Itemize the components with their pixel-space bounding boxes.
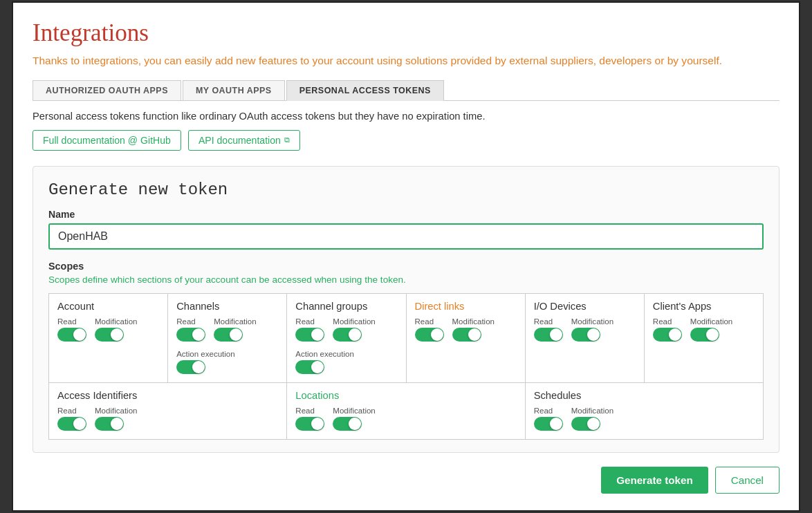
toggle-cg-mod-label: Modification: [333, 317, 375, 326]
toggle-ca-read-label: Read: [653, 317, 672, 326]
toggle-ca-read: Read: [653, 317, 682, 342]
toggle-channels-mod-label: Modification: [214, 317, 256, 326]
toggle-ai-mod-switch[interactable]: [95, 417, 124, 431]
toggle-channels-read-switch[interactable]: [176, 328, 205, 342]
scope-io-devices: I/O Devices Read Modification: [526, 294, 645, 383]
tab-authorized-oauth[interactable]: AUTHORIZED OAUTH APPS: [33, 80, 181, 100]
scope-direct-links: Direct links Read Modification: [407, 294, 526, 383]
tab-my-oauth[interactable]: MY OAUTH APPS: [183, 80, 285, 100]
toggle-cg-action: Action execution: [295, 350, 354, 374]
generate-token-button[interactable]: Generate token: [601, 467, 708, 494]
toggle-account-mod-label: Modification: [95, 317, 137, 326]
toggle-cg-mod-switch[interactable]: [333, 328, 362, 342]
toggle-sch-read-switch[interactable]: [534, 417, 563, 431]
toggle-io-mod: Modification: [571, 317, 613, 342]
scope-account-name: Account: [57, 301, 159, 312]
scope-io-devices-name: I/O Devices: [534, 301, 636, 312]
scope-clients-apps-name: Client's Apps: [653, 301, 755, 312]
scope-channel-groups-name: Channel groups: [295, 301, 397, 312]
page-title: Integrations: [33, 19, 779, 47]
toggle-ai-read: Read: [57, 407, 86, 431]
toggle-ca-mod-label: Modification: [690, 317, 732, 326]
api-doc-label: API documentation: [199, 135, 281, 146]
toggle-account-read-label: Read: [57, 317, 77, 326]
scope-loc-toggles: Read Modification: [295, 407, 516, 431]
toggle-cg-mod: Modification: [333, 317, 375, 342]
toggle-channels-read-label: Read: [176, 317, 196, 326]
scope-access-identifiers-name: Access Identifiers: [57, 390, 278, 401]
toggle-dl-mod: Modification: [452, 317, 495, 342]
toggle-dl-read-switch[interactable]: [415, 328, 444, 342]
toggle-sch-mod-switch[interactable]: [571, 417, 600, 431]
scope-io-devices-toggles: Read Modification: [534, 317, 636, 342]
scope-access-identifiers: Access Identifiers Read Modification: [49, 383, 287, 440]
toggle-loc-read-switch[interactable]: [295, 417, 324, 431]
pat-description: Personal access tokens function like ord…: [33, 111, 779, 122]
toggle-cg-action-label: Action execution: [295, 350, 354, 358]
footer-actions: Generate token Cancel: [33, 467, 779, 494]
toggle-cg-action-switch[interactable]: [295, 360, 324, 374]
scope-sch-toggles: Read Modification: [534, 407, 755, 431]
toggle-ca-mod-switch[interactable]: [690, 328, 719, 342]
name-label: Name: [48, 209, 764, 220]
scope-channel-groups: Channel groups Read Modification Action …: [287, 294, 406, 383]
generate-title: Generate new token: [48, 180, 764, 199]
api-doc-button[interactable]: API documentation ⧉: [188, 130, 300, 151]
toggle-channels-read: Read: [176, 317, 205, 342]
toggle-cg-read-switch[interactable]: [295, 328, 324, 342]
scope-account-toggles: Read Modification: [57, 317, 159, 342]
toggle-io-mod-switch[interactable]: [571, 328, 600, 342]
toggle-loc-mod: Modification: [333, 407, 375, 431]
toggle-ai-read-label: Read: [57, 407, 77, 415]
scope-ai-toggles: Read Modification: [57, 407, 278, 431]
scope-schedules: Schedules Read Modification: [526, 383, 764, 440]
toggle-account-read: Read: [57, 317, 86, 342]
toggle-loc-read-label: Read: [295, 407, 315, 415]
toggle-io-read: Read: [534, 317, 563, 342]
scope-channels-toggles: Read Modification Action execution: [176, 317, 278, 374]
toggle-account-mod-switch[interactable]: [95, 328, 124, 342]
toggle-account-read-switch[interactable]: [57, 328, 86, 342]
toggle-io-read-switch[interactable]: [534, 328, 563, 342]
toggle-channels-mod-switch[interactable]: [214, 328, 243, 342]
subtitle: Thanks to integrations, you can easily a…: [33, 53, 779, 68]
toggle-loc-mod-switch[interactable]: [333, 417, 362, 431]
scope-clients-apps: Client's Apps Read Modification: [645, 294, 764, 383]
toggle-channels-action-label: Action execution: [176, 350, 235, 358]
scopes-grid-row1: Account Read Modification Channels: [48, 293, 764, 383]
scope-locations-name: Locations: [295, 390, 516, 401]
token-name-input[interactable]: [48, 223, 764, 250]
toggle-sch-mod: Modification: [571, 407, 613, 431]
toggle-loc-mod-label: Modification: [333, 407, 375, 415]
toggle-ai-read-switch[interactable]: [57, 417, 86, 431]
toggle-cg-read-label: Read: [295, 317, 315, 326]
tabs-bar: AUTHORIZED OAUTH APPS MY OAUTH APPS PERS…: [33, 80, 779, 101]
toggle-ai-mod: Modification: [95, 407, 137, 431]
toggle-ca-read-switch[interactable]: [653, 328, 682, 342]
toggle-dl-read: Read: [415, 317, 444, 342]
toggle-sch-read: Read: [534, 407, 563, 431]
scope-channels: Channels Read Modification Action execut…: [168, 294, 287, 383]
external-link-icon: ⧉: [284, 136, 290, 144]
toggle-ca-mod: Modification: [690, 317, 732, 342]
scopes-title: Scopes: [48, 261, 764, 272]
scopes-desc: Scopes define which sections of your acc…: [48, 274, 764, 285]
cancel-button[interactable]: Cancel: [715, 467, 779, 494]
toggle-io-read-label: Read: [534, 317, 553, 326]
toggle-dl-read-label: Read: [415, 317, 434, 326]
generate-token-box: Generate new token Name Scopes Scopes de…: [33, 166, 779, 453]
toggle-sch-read-label: Read: [534, 407, 553, 415]
toggle-channels-mod: Modification: [214, 317, 256, 342]
scope-channels-name: Channels: [176, 301, 278, 312]
toggle-channels-action-switch[interactable]: [176, 360, 205, 374]
toggle-account-mod: Modification: [95, 317, 137, 342]
full-doc-button[interactable]: Full documentation @ GitHub: [33, 130, 181, 151]
toggle-dl-mod-switch[interactable]: [452, 328, 481, 342]
doc-links-container: Full documentation @ GitHub API document…: [33, 130, 779, 151]
scopes-grid-row2: Access Identifiers Read Modification Loc…: [48, 383, 764, 440]
tab-personal-access-tokens[interactable]: PERSONAL ACCESS TOKENS: [286, 80, 444, 101]
scope-direct-links-name: Direct links: [415, 301, 517, 312]
toggle-cg-read: Read: [295, 317, 324, 342]
toggle-dl-mod-label: Modification: [452, 317, 495, 326]
scope-locations: Locations Read Modification: [287, 383, 525, 440]
